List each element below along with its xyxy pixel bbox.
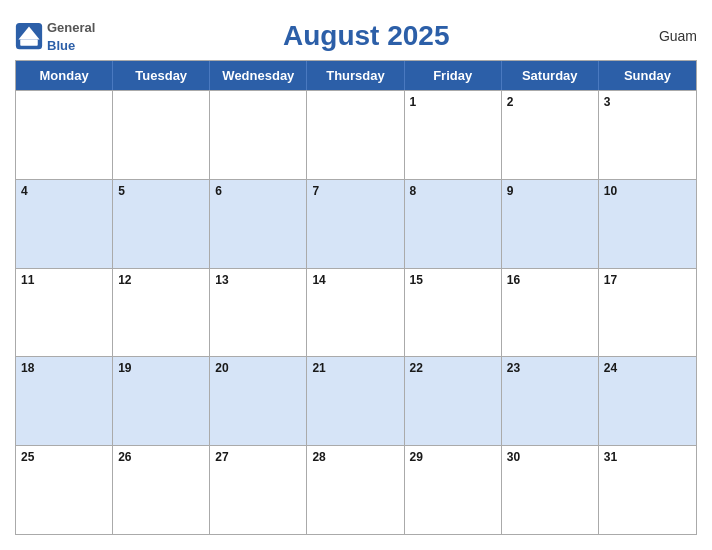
day-cell — [210, 91, 307, 179]
day-number: 26 — [118, 450, 204, 464]
day-number: 13 — [215, 273, 301, 287]
day-number: 21 — [312, 361, 398, 375]
day-cell: 23 — [502, 357, 599, 445]
day-number: 29 — [410, 450, 496, 464]
header-sunday: Sunday — [599, 61, 696, 90]
day-cell: 1 — [405, 91, 502, 179]
day-cell: 4 — [16, 180, 113, 268]
calendar-week-3: 11 12 13 14 15 16 17 — [16, 268, 696, 357]
day-number: 12 — [118, 273, 204, 287]
day-number: 19 — [118, 361, 204, 375]
day-cell — [307, 91, 404, 179]
header-monday: Monday — [16, 61, 113, 90]
day-number: 25 — [21, 450, 107, 464]
day-cell: 6 — [210, 180, 307, 268]
day-cell: 12 — [113, 269, 210, 357]
day-number: 1 — [410, 95, 496, 109]
day-cell: 10 — [599, 180, 696, 268]
day-cell: 2 — [502, 91, 599, 179]
day-cell: 11 — [16, 269, 113, 357]
day-number: 30 — [507, 450, 593, 464]
day-number: 22 — [410, 361, 496, 375]
day-number: 3 — [604, 95, 691, 109]
header-thursday: Thursday — [307, 61, 404, 90]
day-number: 11 — [21, 273, 107, 287]
header-wednesday: Wednesday — [210, 61, 307, 90]
day-cell: 3 — [599, 91, 696, 179]
header-saturday: Saturday — [502, 61, 599, 90]
day-number: 17 — [604, 273, 691, 287]
day-number: 4 — [21, 184, 107, 198]
day-cell: 25 — [16, 446, 113, 534]
day-number: 28 — [312, 450, 398, 464]
day-number: 23 — [507, 361, 593, 375]
day-cell: 15 — [405, 269, 502, 357]
calendar-week-4: 18 19 20 21 22 23 24 — [16, 356, 696, 445]
day-cell: 7 — [307, 180, 404, 268]
day-number: 5 — [118, 184, 204, 198]
day-cell — [113, 91, 210, 179]
day-number: 20 — [215, 361, 301, 375]
day-number: 14 — [312, 273, 398, 287]
calendar-week-2: 4 5 6 7 8 9 10 — [16, 179, 696, 268]
day-cell: 20 — [210, 357, 307, 445]
day-number: 15 — [410, 273, 496, 287]
day-number: 27 — [215, 450, 301, 464]
day-cell: 30 — [502, 446, 599, 534]
day-cell: 13 — [210, 269, 307, 357]
logo: General Blue — [15, 18, 95, 54]
calendar-week-1: 1 2 3 — [16, 90, 696, 179]
day-cell: 18 — [16, 357, 113, 445]
day-number: 16 — [507, 273, 593, 287]
header-tuesday: Tuesday — [113, 61, 210, 90]
calendar-header: General Blue August 2025 Guam — [15, 10, 697, 60]
day-number: 9 — [507, 184, 593, 198]
generalblue-logo-icon — [15, 22, 43, 50]
day-cell: 8 — [405, 180, 502, 268]
header-friday: Friday — [405, 61, 502, 90]
day-cell: 17 — [599, 269, 696, 357]
day-number: 31 — [604, 450, 691, 464]
logo-blue-text: Blue — [47, 38, 75, 53]
day-number: 2 — [507, 95, 593, 109]
day-cell — [16, 91, 113, 179]
logo-general-text: General — [47, 20, 95, 35]
day-cell: 21 — [307, 357, 404, 445]
calendar-week-5: 25 26 27 28 29 30 31 — [16, 445, 696, 534]
calendar-region: Guam — [637, 28, 697, 44]
calendar-body: 1 2 3 4 5 6 7 8 9 10 11 12 13 14 15 16 1… — [16, 90, 696, 534]
calendar-title: August 2025 — [95, 20, 637, 52]
day-cell: 22 — [405, 357, 502, 445]
day-cell: 27 — [210, 446, 307, 534]
day-cell: 16 — [502, 269, 599, 357]
day-cell: 24 — [599, 357, 696, 445]
logo-text: General Blue — [47, 18, 95, 54]
day-cell: 19 — [113, 357, 210, 445]
day-number: 24 — [604, 361, 691, 375]
day-cell: 28 — [307, 446, 404, 534]
day-cell: 14 — [307, 269, 404, 357]
day-cell: 9 — [502, 180, 599, 268]
day-number: 6 — [215, 184, 301, 198]
day-cell: 31 — [599, 446, 696, 534]
day-number: 7 — [312, 184, 398, 198]
day-cell: 29 — [405, 446, 502, 534]
day-number: 8 — [410, 184, 496, 198]
day-number: 18 — [21, 361, 107, 375]
svg-rect-2 — [20, 40, 38, 46]
day-number: 10 — [604, 184, 691, 198]
calendar-grid: Monday Tuesday Wednesday Thursday Friday… — [15, 60, 697, 535]
day-cell: 5 — [113, 180, 210, 268]
day-cell: 26 — [113, 446, 210, 534]
calendar-weekday-header: Monday Tuesday Wednesday Thursday Friday… — [16, 61, 696, 90]
